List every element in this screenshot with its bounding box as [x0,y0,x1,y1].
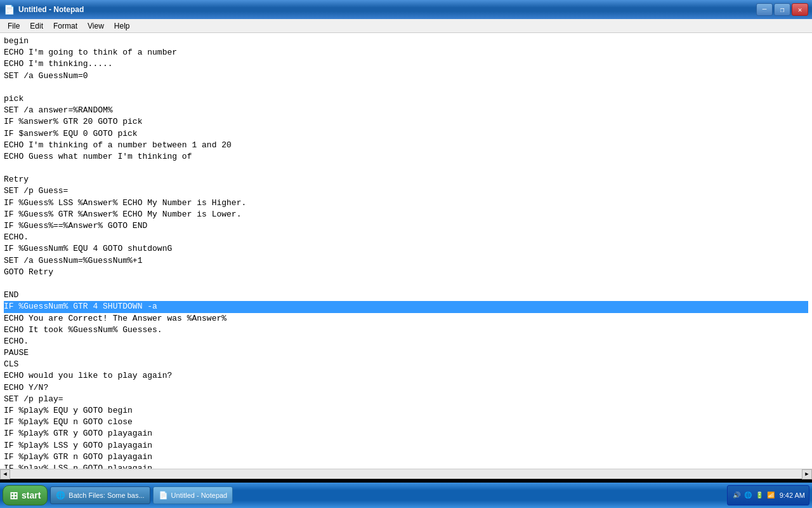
editor-line [4,278,808,290]
tray-icon-2: 🌐 [743,490,753,500]
editor-line: CLS [4,359,808,370]
editor-line: SET /a GuessNum=%GuessNum%+1 [4,255,808,267]
menu-item-help[interactable]: Help [109,20,135,32]
editor-line: END [4,290,808,301]
tray-icon-1: 🔊 [731,490,742,500]
editor-line: IF %play% GTR n GOTO playagain [4,451,808,463]
notepad-taskbar-icon: 📄 [159,491,168,500]
editor-line: ECHO would you like to play again? [4,370,808,382]
taskbar-notepad-label: Untitled - Notepad [171,491,228,499]
menubar: FileEditFormatViewHelp [0,19,812,33]
text-editor[interactable]: beginECHO I'm going to think of a number… [0,33,812,469]
editor-line: IF %play% LSS y GOTO playagain [4,440,808,451]
editor-line: ECHO. [4,336,808,347]
system-clock: 9:42 AM [780,491,805,499]
editor-line: IF %play% GTR y GOTO playagain [4,428,808,439]
selected-line: IF %GuessNum% GTR 4 SHUTDOWN -a [4,301,808,312]
editor-line: SET /p Guess= [4,185,808,197]
ie-icon: 🌐 [56,491,65,500]
window-title: Untitled - Notepad [18,5,84,14]
editor-line: IF %play% LSS n GOTO playagain [4,463,808,469]
close-button[interactable]: ✕ [792,3,808,16]
editor-line: Retry [4,174,808,185]
editor-line: IF %Guess% GTR %Answer% ECHO My Number i… [4,209,808,220]
editor-line: begin [4,36,808,47]
editor-line: GOTO Retry [4,267,808,278]
editor-container[interactable]: beginECHO I'm going to think of a number… [0,33,812,469]
editor-line: ECHO It took %GuessNum% Guesses. [4,324,808,336]
system-tray: 🔊 🌐 🔋 📶 9:42 AM [727,485,809,505]
taskbar-item-label: Batch Files: Some bas... [69,491,144,499]
tray-icon-4: 📶 [766,490,776,500]
editor-line: IF %answer% GTR 20 GOTO pick [4,116,808,128]
restore-button[interactable]: ❐ [774,3,790,16]
scroll-right-arrow[interactable]: ▶ [802,469,812,479]
start-button[interactable]: ⊞ start [3,485,48,505]
titlebar-left: 📄 Untitled - Notepad [4,4,84,15]
editor-line: ECHO Guess what number I'm thinking of [4,151,808,163]
start-label: start [22,490,41,500]
menu-item-edit[interactable]: Edit [25,20,48,32]
tray-icon-3: 🔋 [754,490,764,500]
editor-line: SET /p play= [4,394,808,405]
menu-item-view[interactable]: View [82,20,109,32]
editor-line: pick [4,93,808,105]
editor-line [4,82,808,93]
editor-line: IF %play% EQU n GOTO close [4,417,808,428]
editor-line: ECHO. [4,232,808,243]
minimize-button[interactable]: ─ [756,3,773,16]
scroll-track[interactable] [10,469,802,479]
editor-line: ECHO I'm thinking..... [4,58,808,70]
editor-line [4,163,808,174]
editor-line: ECHO I'm going to think of a number [4,47,808,58]
editor-line: SET /a answer=%RANDOM% [4,105,808,116]
taskbar-item-batch[interactable]: 🌐 Batch Files: Some bas... [50,486,150,504]
editor-line: ECHO You are Correct! The Answer was %An… [4,313,808,324]
editor-line: PAUSE [4,347,808,359]
scroll-left-arrow[interactable]: ◀ [0,469,10,479]
editor-line: SET /a GuessNum=0 [4,70,808,82]
app-icon: 📄 [4,4,15,15]
menu-item-format[interactable]: Format [48,20,82,32]
horizontal-scrollbar[interactable]: ◀ ▶ [0,469,812,479]
editor-line: IF $answer% EQU 0 GOTO pick [4,128,808,140]
editor-line: IF %play% EQU y GOTO begin [4,405,808,417]
taskbar: ⊞ start 🌐 Batch Files: Some bas... 📄 Unt… [0,483,812,508]
windows-logo: ⊞ [10,490,18,502]
menu-item-file[interactable]: File [3,20,25,32]
editor-line: IF %Guess%==%Answer% GOTO END [4,220,808,232]
titlebar-buttons: ─ ❐ ✕ [756,3,808,16]
titlebar: 📄 Untitled - Notepad ─ ❐ ✕ [0,0,812,19]
editor-line: IF %GuessNum% GTR 4 SHUTDOWN -a [4,301,808,312]
taskbar-item-notepad[interactable]: 📄 Untitled - Notepad [153,486,233,504]
editor-line: IF %Guess% LSS %Answer% ECHO My Number i… [4,197,808,209]
editor-line: ECHO Y/N? [4,382,808,394]
editor-line: ECHO I'm thinking of a number between 1 … [4,140,808,151]
editor-line: IF %GuessNum% EQU 4 GOTO shutdownG [4,243,808,255]
